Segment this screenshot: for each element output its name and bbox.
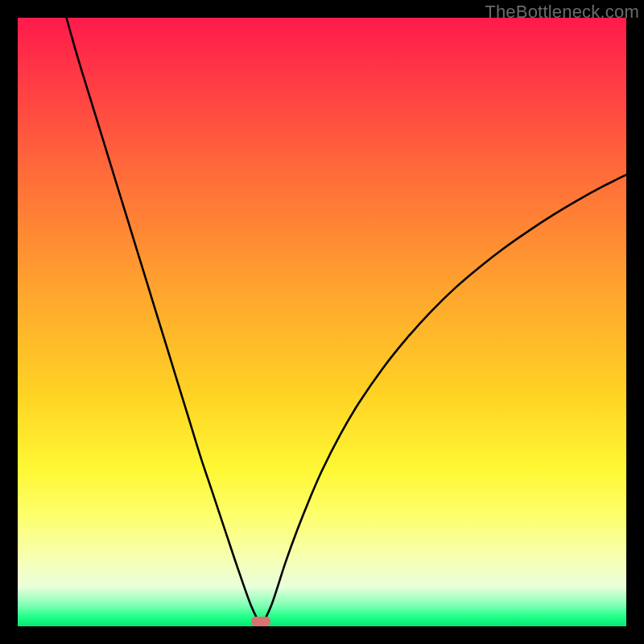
- watermark-text: TheBottleneck.com: [485, 2, 639, 23]
- optimal-point-marker: [251, 617, 270, 626]
- chart-frame: [18, 18, 626, 626]
- bottleneck-curve-plot: [18, 18, 626, 626]
- gradient-background: [18, 18, 626, 626]
